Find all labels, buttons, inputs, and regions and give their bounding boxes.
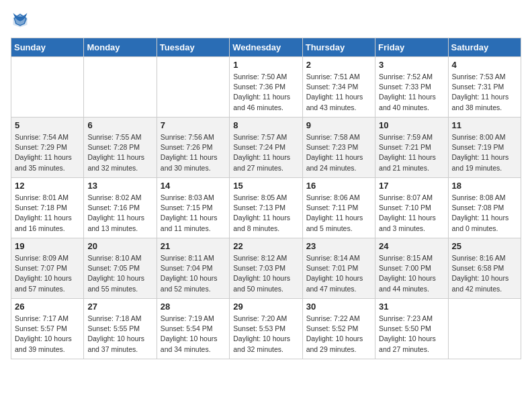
weekday-header: Sunday — [11, 38, 84, 57]
calendar-cell: 26Sunrise: 7:17 AM Sunset: 5:57 PM Dayli… — [11, 299, 84, 359]
calendar-cell — [157, 57, 229, 118]
calendar-cell: 30Sunrise: 7:22 AM Sunset: 5:52 PM Dayli… — [302, 299, 375, 359]
day-number: 14 — [161, 181, 226, 191]
calendar-cell: 29Sunrise: 7:20 AM Sunset: 5:53 PM Dayli… — [230, 299, 302, 359]
calendar-cell: 31Sunrise: 7:23 AM Sunset: 5:50 PM Dayli… — [375, 299, 448, 359]
weekday-header: Monday — [84, 38, 157, 57]
day-info: Sunrise: 7:50 AM Sunset: 7:36 PM Dayligh… — [233, 72, 298, 113]
day-info: Sunrise: 8:10 AM Sunset: 7:05 PM Dayligh… — [87, 253, 152, 294]
day-info: Sunrise: 8:15 AM Sunset: 7:00 PM Dayligh… — [379, 253, 444, 294]
day-info: Sunrise: 8:14 AM Sunset: 7:01 PM Dayligh… — [306, 253, 371, 294]
weekday-header: Tuesday — [157, 38, 229, 57]
day-number: 21 — [161, 241, 226, 251]
day-info: Sunrise: 8:11 AM Sunset: 7:04 PM Dayligh… — [161, 253, 226, 294]
day-info: Sunrise: 8:09 AM Sunset: 7:07 PM Dayligh… — [15, 253, 80, 294]
day-info: Sunrise: 7:51 AM Sunset: 7:34 PM Dayligh… — [306, 72, 371, 113]
calendar-cell: 15Sunrise: 8:05 AM Sunset: 7:13 PM Dayli… — [230, 178, 302, 238]
day-info: Sunrise: 8:16 AM Sunset: 6:58 PM Dayligh… — [452, 253, 517, 294]
day-number: 4 — [452, 60, 517, 70]
calendar-cell: 11Sunrise: 8:00 AM Sunset: 7:19 PM Dayli… — [448, 118, 521, 178]
calendar-cell: 6Sunrise: 7:55 AM Sunset: 7:28 PM Daylig… — [84, 118, 157, 178]
day-info: Sunrise: 7:57 AM Sunset: 7:24 PM Dayligh… — [233, 132, 298, 173]
day-info: Sunrise: 7:58 AM Sunset: 7:23 PM Dayligh… — [306, 132, 371, 173]
calendar-cell: 23Sunrise: 8:14 AM Sunset: 7:01 PM Dayli… — [302, 238, 375, 299]
day-number: 6 — [87, 120, 152, 130]
day-number: 25 — [452, 241, 517, 251]
calendar-cell — [448, 299, 521, 359]
day-number: 28 — [161, 302, 226, 312]
day-number: 18 — [452, 181, 517, 191]
calendar-cell: 9Sunrise: 7:58 AM Sunset: 7:23 PM Daylig… — [302, 118, 375, 178]
day-info: Sunrise: 8:12 AM Sunset: 7:03 PM Dayligh… — [233, 253, 298, 294]
day-number: 10 — [379, 120, 444, 130]
calendar-cell: 21Sunrise: 8:11 AM Sunset: 7:04 PM Dayli… — [157, 238, 229, 299]
calendar-table: SundayMondayTuesdayWednesdayThursdayFrid… — [11, 38, 521, 359]
calendar-cell: 14Sunrise: 8:03 AM Sunset: 7:15 PM Dayli… — [157, 178, 229, 238]
day-number: 27 — [87, 302, 152, 312]
calendar-cell: 1Sunrise: 7:50 AM Sunset: 7:36 PM Daylig… — [230, 57, 302, 118]
day-info: Sunrise: 8:03 AM Sunset: 7:15 PM Dayligh… — [161, 193, 226, 234]
calendar-week-row: 26Sunrise: 7:17 AM Sunset: 5:57 PM Dayli… — [11, 299, 521, 359]
calendar-cell: 8Sunrise: 7:57 AM Sunset: 7:24 PM Daylig… — [230, 118, 302, 178]
day-info: Sunrise: 7:56 AM Sunset: 7:26 PM Dayligh… — [161, 132, 226, 173]
day-info: Sunrise: 7:23 AM Sunset: 5:50 PM Dayligh… — [379, 314, 444, 355]
day-number: 7 — [161, 120, 226, 130]
calendar-cell: 18Sunrise: 8:08 AM Sunset: 7:08 PM Dayli… — [448, 178, 521, 238]
day-number: 3 — [379, 60, 444, 70]
day-info: Sunrise: 8:01 AM Sunset: 7:18 PM Dayligh… — [15, 193, 80, 234]
calendar-cell: 7Sunrise: 7:56 AM Sunset: 7:26 PM Daylig… — [157, 118, 229, 178]
calendar-cell: 25Sunrise: 8:16 AM Sunset: 6:58 PM Dayli… — [448, 238, 521, 299]
calendar-cell: 20Sunrise: 8:10 AM Sunset: 7:05 PM Dayli… — [84, 238, 157, 299]
day-number: 19 — [15, 241, 80, 251]
page-header — [11, 11, 521, 30]
day-number: 20 — [87, 241, 152, 251]
calendar-cell: 12Sunrise: 8:01 AM Sunset: 7:18 PM Dayli… — [11, 178, 84, 238]
day-info: Sunrise: 7:52 AM Sunset: 7:33 PM Dayligh… — [379, 72, 444, 113]
day-number: 29 — [233, 302, 298, 312]
calendar-cell: 22Sunrise: 8:12 AM Sunset: 7:03 PM Dayli… — [230, 238, 302, 299]
weekday-header: Wednesday — [230, 38, 302, 57]
day-number: 8 — [233, 120, 298, 130]
day-number: 24 — [379, 241, 444, 251]
calendar-cell: 27Sunrise: 7:18 AM Sunset: 5:55 PM Dayli… — [84, 299, 157, 359]
calendar-cell: 10Sunrise: 7:59 AM Sunset: 7:21 PM Dayli… — [375, 118, 448, 178]
day-number: 17 — [379, 181, 444, 191]
day-info: Sunrise: 7:18 AM Sunset: 5:55 PM Dayligh… — [87, 314, 152, 355]
weekday-header-row: SundayMondayTuesdayWednesdayThursdayFrid… — [11, 38, 521, 57]
calendar-cell — [84, 57, 157, 118]
day-info: Sunrise: 8:00 AM Sunset: 7:19 PM Dayligh… — [452, 132, 517, 173]
day-info: Sunrise: 8:06 AM Sunset: 7:11 PM Dayligh… — [306, 193, 371, 234]
day-info: Sunrise: 7:59 AM Sunset: 7:21 PM Dayligh… — [379, 132, 444, 173]
day-info: Sunrise: 8:02 AM Sunset: 7:16 PM Dayligh… — [87, 193, 152, 234]
weekday-header: Thursday — [302, 38, 375, 57]
day-number: 2 — [306, 60, 371, 70]
calendar-week-row: 19Sunrise: 8:09 AM Sunset: 7:07 PM Dayli… — [11, 238, 521, 299]
calendar-week-row: 5Sunrise: 7:54 AM Sunset: 7:29 PM Daylig… — [11, 118, 521, 178]
day-info: Sunrise: 7:53 AM Sunset: 7:31 PM Dayligh… — [452, 72, 517, 113]
calendar-cell: 4Sunrise: 7:53 AM Sunset: 7:31 PM Daylig… — [448, 57, 521, 118]
calendar-cell: 2Sunrise: 7:51 AM Sunset: 7:34 PM Daylig… — [302, 57, 375, 118]
day-number: 30 — [306, 302, 371, 312]
day-number: 31 — [379, 302, 444, 312]
calendar-cell — [11, 57, 84, 118]
day-info: Sunrise: 7:17 AM Sunset: 5:57 PM Dayligh… — [15, 314, 80, 355]
day-number: 1 — [233, 60, 298, 70]
day-info: Sunrise: 7:22 AM Sunset: 5:52 PM Dayligh… — [306, 314, 371, 355]
day-info: Sunrise: 7:54 AM Sunset: 7:29 PM Dayligh… — [15, 132, 80, 173]
day-info: Sunrise: 7:20 AM Sunset: 5:53 PM Dayligh… — [233, 314, 298, 355]
day-info: Sunrise: 8:08 AM Sunset: 7:08 PM Dayligh… — [452, 193, 517, 234]
weekday-header: Friday — [375, 38, 448, 57]
day-number: 26 — [15, 302, 80, 312]
calendar-cell: 3Sunrise: 7:52 AM Sunset: 7:33 PM Daylig… — [375, 57, 448, 118]
day-number: 22 — [233, 241, 298, 251]
day-info: Sunrise: 8:05 AM Sunset: 7:13 PM Dayligh… — [233, 193, 298, 234]
calendar-cell: 24Sunrise: 8:15 AM Sunset: 7:00 PM Dayli… — [375, 238, 448, 299]
weekday-header: Saturday — [448, 38, 521, 57]
day-info: Sunrise: 7:55 AM Sunset: 7:28 PM Dayligh… — [87, 132, 152, 173]
calendar-cell: 19Sunrise: 8:09 AM Sunset: 7:07 PM Dayli… — [11, 238, 84, 299]
day-number: 16 — [306, 181, 371, 191]
logo-icon — [11, 11, 30, 30]
day-info: Sunrise: 7:19 AM Sunset: 5:54 PM Dayligh… — [161, 314, 226, 355]
calendar-cell: 13Sunrise: 8:02 AM Sunset: 7:16 PM Dayli… — [84, 178, 157, 238]
calendar-cell: 16Sunrise: 8:06 AM Sunset: 7:11 PM Dayli… — [302, 178, 375, 238]
